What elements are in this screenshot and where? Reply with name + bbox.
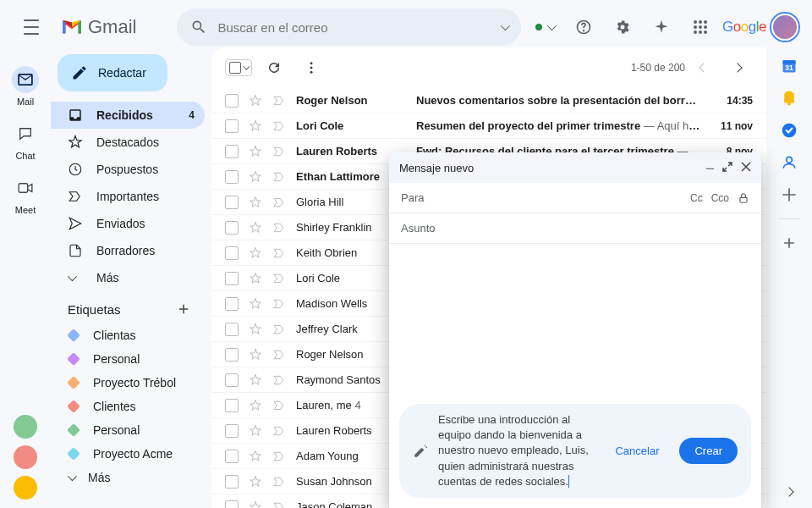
important-icon[interactable] bbox=[272, 500, 286, 509]
email-row[interactable]: Lori Cole Resumen del proyecto del prime… bbox=[211, 113, 766, 139]
important-icon[interactable] bbox=[272, 94, 286, 108]
search-bar[interactable] bbox=[177, 8, 521, 46]
more-button[interactable] bbox=[296, 52, 326, 83]
add-label-button[interactable] bbox=[176, 301, 191, 317]
nav-important[interactable]: Importantes bbox=[51, 183, 205, 210]
nav-send[interactable]: Enviados bbox=[51, 210, 205, 237]
email-row[interactable]: Roger Nelson Nuevos comentarios sobre la… bbox=[211, 88, 766, 113]
star-icon[interactable] bbox=[249, 297, 262, 311]
star-icon[interactable] bbox=[249, 196, 262, 209]
star-icon[interactable] bbox=[249, 399, 262, 412]
subject-field[interactable]: Asunto bbox=[389, 213, 761, 244]
compose-button[interactable]: Redactar bbox=[58, 54, 167, 91]
search-options-icon[interactable] bbox=[501, 21, 510, 30]
bcc-button[interactable]: Cco bbox=[711, 192, 729, 204]
star-icon[interactable] bbox=[249, 424, 262, 438]
account-avatar[interactable] bbox=[771, 14, 798, 41]
label-item[interactable]: Personal bbox=[51, 347, 205, 371]
search-input[interactable] bbox=[217, 20, 491, 35]
nav-star[interactable]: Destacados bbox=[51, 129, 205, 156]
label-item[interactable]: Más bbox=[51, 466, 205, 489]
star-icon[interactable] bbox=[249, 119, 262, 133]
chat-avatar[interactable] bbox=[14, 445, 37, 469]
star-icon[interactable] bbox=[249, 145, 262, 158]
support-button[interactable] bbox=[567, 10, 601, 44]
collapse-panel-button[interactable] bbox=[784, 487, 793, 496]
compose-body[interactable] bbox=[389, 244, 761, 397]
row-checkbox[interactable] bbox=[225, 272, 239, 285]
keep-icon[interactable] bbox=[781, 90, 798, 107]
suggestion-text[interactable]: Escribe una introducción al equipo dando… bbox=[438, 412, 595, 489]
star-icon[interactable] bbox=[249, 221, 262, 235]
important-icon[interactable] bbox=[272, 119, 286, 133]
nav-clock[interactable]: Pospuestos bbox=[51, 156, 205, 183]
gemini-button[interactable] bbox=[645, 10, 678, 44]
row-checkbox[interactable] bbox=[225, 246, 239, 260]
row-checkbox[interactable] bbox=[225, 475, 239, 489]
next-page-button[interactable] bbox=[722, 52, 753, 83]
select-all-checkbox[interactable] bbox=[225, 59, 252, 76]
close-button[interactable] bbox=[741, 162, 751, 174]
star-icon[interactable] bbox=[249, 450, 262, 463]
important-icon[interactable] bbox=[272, 399, 286, 412]
minimize-button[interactable]: ─ bbox=[706, 162, 714, 174]
important-icon[interactable] bbox=[272, 145, 286, 158]
prev-page-button[interactable] bbox=[689, 52, 719, 83]
create-button[interactable]: Crear bbox=[679, 438, 738, 464]
row-checkbox[interactable] bbox=[225, 170, 239, 184]
chat-avatar[interactable] bbox=[14, 415, 37, 439]
fullscreen-button[interactable] bbox=[722, 162, 732, 174]
row-checkbox[interactable] bbox=[225, 94, 239, 108]
rail-mail[interactable]: Mail bbox=[3, 61, 47, 112]
row-checkbox[interactable] bbox=[225, 424, 239, 438]
lock-icon[interactable] bbox=[738, 192, 749, 204]
star-icon[interactable] bbox=[249, 246, 262, 260]
important-icon[interactable] bbox=[272, 246, 286, 260]
add-icon[interactable] bbox=[781, 235, 798, 251]
row-checkbox[interactable] bbox=[225, 119, 239, 133]
addons-icon[interactable] bbox=[781, 186, 798, 203]
refresh-button[interactable] bbox=[259, 52, 289, 83]
row-checkbox[interactable] bbox=[225, 196, 239, 209]
label-item[interactable]: Clientes bbox=[51, 395, 205, 418]
main-menu-button[interactable] bbox=[14, 7, 54, 47]
contacts-icon[interactable] bbox=[781, 154, 798, 171]
important-icon[interactable] bbox=[272, 297, 286, 311]
gmail-logo[interactable]: Gmail bbox=[61, 16, 136, 38]
nav-more[interactable]: Más bbox=[51, 264, 205, 291]
status-indicator[interactable] bbox=[528, 10, 562, 44]
label-item[interactable]: Personal bbox=[51, 418, 205, 442]
row-checkbox[interactable] bbox=[225, 450, 239, 463]
apps-button[interactable] bbox=[683, 10, 717, 44]
important-icon[interactable] bbox=[272, 221, 286, 235]
settings-button[interactable] bbox=[606, 10, 639, 44]
row-checkbox[interactable] bbox=[225, 373, 239, 387]
star-icon[interactable] bbox=[249, 94, 262, 108]
row-checkbox[interactable] bbox=[225, 500, 239, 509]
important-icon[interactable] bbox=[272, 272, 286, 285]
important-icon[interactable] bbox=[272, 424, 286, 438]
row-checkbox[interactable] bbox=[225, 399, 239, 412]
star-icon[interactable] bbox=[249, 170, 262, 184]
rail-meet[interactable]: Meet bbox=[3, 169, 47, 220]
to-field[interactable]: Para Cc Cco bbox=[389, 183, 761, 213]
star-icon[interactable] bbox=[249, 500, 262, 509]
important-icon[interactable] bbox=[272, 475, 286, 489]
rail-chat[interactable]: Chat bbox=[3, 115, 47, 166]
important-icon[interactable] bbox=[272, 373, 286, 387]
star-icon[interactable] bbox=[249, 373, 262, 387]
compose-header[interactable]: Mensaje nuevo ─ bbox=[389, 152, 761, 183]
star-icon[interactable] bbox=[249, 272, 262, 285]
label-item[interactable]: Clientas bbox=[51, 323, 205, 347]
nav-inbox[interactable]: Recibidos4 bbox=[51, 102, 205, 129]
row-checkbox[interactable] bbox=[225, 221, 239, 235]
calendar-icon[interactable]: 31 bbox=[781, 58, 798, 75]
important-icon[interactable] bbox=[272, 348, 286, 362]
tasks-icon[interactable] bbox=[781, 122, 798, 139]
chat-avatar[interactable] bbox=[14, 476, 37, 500]
row-checkbox[interactable] bbox=[225, 145, 239, 158]
star-icon[interactable] bbox=[249, 475, 262, 489]
star-icon[interactable] bbox=[249, 323, 262, 336]
cancel-button[interactable]: Cancelar bbox=[605, 439, 669, 462]
important-icon[interactable] bbox=[272, 323, 286, 336]
